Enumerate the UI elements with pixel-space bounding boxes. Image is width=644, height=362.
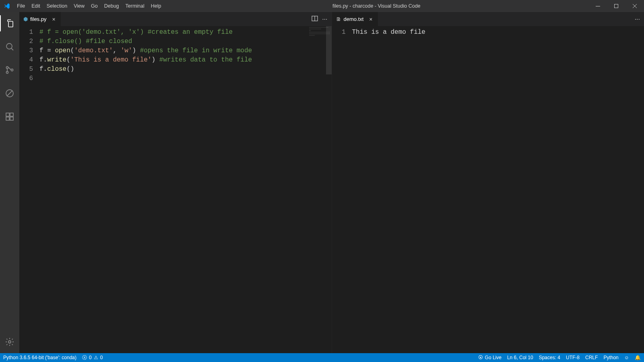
minimize-button[interactable] [588,0,607,12]
code-line[interactable]: # f.close() #file closed [39,37,332,46]
svg-line-10 [7,90,12,96]
status-bar: Python 3.6.5 64-bit ('base': conda) ⓧ0 ⚠… [0,353,644,362]
menu-view[interactable]: View [70,0,88,12]
tab-bar-left: ⬢ files.py × ··· [19,12,332,26]
code-line[interactable]: f = open('demo.txt', 'w') #opens the fil… [39,46,332,56]
menu-go[interactable]: Go [88,0,101,12]
code-editor-left[interactable]: 123456 # f = open('demo.txt', 'x') #crea… [19,26,332,353]
menu-file[interactable]: File [14,0,28,12]
status-problems[interactable]: ⓧ0 ⚠0 [82,354,103,361]
more-actions-icon[interactable]: ··· [322,16,327,23]
status-encoding[interactable]: UTF-8 [566,355,580,360]
tab-bar-right: 🗎 demo.txt × ··· [332,12,644,26]
code-editor-right[interactable]: 1 This is a demo file [332,26,644,353]
svg-point-4 [6,43,12,49]
title-bar: FileEditSelectionViewGoDebugTerminalHelp… [0,0,644,12]
split-editor-icon[interactable] [312,15,318,23]
error-icon: ⓧ [82,354,87,361]
status-python-env[interactable]: Python 3.6.5 64-bit ('base': conda) [3,355,76,360]
menu-help[interactable]: Help [148,0,165,12]
editor-pane-right: 🗎 demo.txt × ··· 1 This is a demo file [332,12,644,353]
status-feedback-icon[interactable]: ☺ [624,355,629,360]
line-gutter: 1 [332,28,352,353]
svg-rect-14 [10,113,13,116]
status-bell-icon[interactable]: 🔔 [635,355,641,360]
svg-point-15 [8,341,11,343]
menu-debug[interactable]: Debug [101,0,122,12]
workbench: ⬢ files.py × ··· 123456 # f = open('demo… [0,12,644,353]
svg-rect-11 [6,113,9,116]
tab-close-icon[interactable]: × [50,16,57,23]
activity-bar [0,12,19,353]
tab-demo-txt[interactable]: 🗎 demo.txt × [332,12,379,26]
tab-files-py[interactable]: ⬢ files.py × [19,12,61,26]
settings-gear-icon[interactable] [0,334,19,350]
editor-pane-left: ⬢ files.py × ··· 123456 # f = open('demo… [19,12,332,353]
window-controls [588,0,644,12]
scroll-thumb[interactable] [326,26,332,74]
more-actions-icon[interactable]: ··· [635,16,640,23]
maximize-button[interactable] [607,0,625,12]
svg-point-7 [6,72,8,74]
text-file-icon: 🗎 [336,16,341,22]
window-title: files.py - charcode - Visual Studio Code [165,3,588,9]
code-line[interactable]: # f = open('demo.txt', 'x') #creates an … [39,28,332,37]
source-control-icon[interactable] [0,62,19,78]
code-line[interactable]: f.write('This is a demo file') #writes d… [39,56,332,65]
extensions-icon[interactable] [0,109,19,125]
svg-point-6 [6,67,8,69]
tab-close-icon[interactable]: × [367,16,374,23]
warning-icon: ⚠ [94,355,98,360]
code-line[interactable]: This is a demo file [352,28,644,37]
line-gutter: 123456 [19,28,39,353]
status-indent[interactable]: Spaces: 4 [539,355,560,360]
search-icon[interactable] [0,39,19,55]
broadcast-icon: ⦿ [478,355,483,360]
code-line[interactable]: f.close() [39,65,332,74]
status-go-live[interactable]: ⦿Go Live [478,355,502,360]
tab-label: demo.txt [344,16,364,22]
menu-bar: FileEditSelectionViewGoDebugTerminalHelp [14,0,165,12]
python-file-icon: ⬢ [23,16,28,22]
svg-rect-13 [10,117,13,120]
vscode-logo-icon [0,3,14,9]
code-content[interactable]: # f = open('demo.txt', 'x') #creates an … [39,28,332,353]
close-window-button[interactable] [625,0,644,12]
svg-point-8 [11,69,13,71]
svg-rect-12 [6,117,9,120]
svg-rect-0 [596,6,600,6]
status-eol[interactable]: CRLF [585,355,598,360]
menu-selection[interactable]: Selection [43,0,70,12]
explorer-icon[interactable] [0,15,19,31]
tab-label: files.py [30,16,46,22]
code-content[interactable]: This is a demo file [352,28,644,353]
debug-disabled-icon[interactable] [0,85,19,101]
svg-rect-1 [614,4,618,8]
menu-edit[interactable]: Edit [28,0,43,12]
menu-terminal[interactable]: Terminal [122,0,148,12]
status-cursor-pos[interactable]: Ln 6, Col 10 [507,355,533,360]
svg-line-5 [11,48,13,50]
scrollbar[interactable] [326,26,332,353]
status-language[interactable]: Python [603,355,618,360]
